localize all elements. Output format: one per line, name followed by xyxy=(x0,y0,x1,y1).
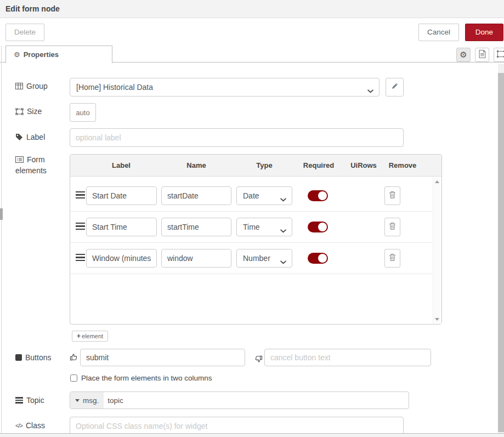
form-elements-field-label-2: elements xyxy=(15,166,47,175)
element-label-input[interactable] xyxy=(86,249,157,268)
element-type-select[interactable]: Number xyxy=(236,249,292,268)
size-field-label: Size xyxy=(15,107,42,116)
required-toggle[interactable] xyxy=(308,222,328,232)
topic-value[interactable]: topic xyxy=(104,392,409,408)
drag-handle-icon[interactable] xyxy=(76,254,85,263)
form-elements-field-label: Form xyxy=(15,155,45,164)
topic-type-label: msg. xyxy=(83,396,99,405)
chevron-down-icon xyxy=(280,195,286,203)
tag-icon xyxy=(15,133,23,141)
gear-icon: ⚙ xyxy=(460,50,467,60)
buttons-field-label: Buttons xyxy=(15,353,51,362)
drag-handle-icon[interactable] xyxy=(76,191,85,200)
form-element-row: Number xyxy=(70,243,433,274)
caret-down-icon xyxy=(75,399,80,402)
class-field-label: </> Class xyxy=(15,421,45,430)
remove-row-button[interactable] xyxy=(384,218,400,236)
column-header-name: Name xyxy=(186,161,206,169)
group-field-label: Group xyxy=(15,82,48,90)
done-button[interactable]: Done xyxy=(465,24,503,41)
code-icon: </> xyxy=(15,422,22,429)
element-label-input[interactable] xyxy=(86,218,157,236)
column-header-remove: Remove xyxy=(389,161,417,169)
edit-group-button[interactable] xyxy=(386,78,404,97)
two-columns-checkbox[interactable] xyxy=(70,374,77,382)
two-columns-option[interactable]: Place the form elements in two columns xyxy=(70,374,212,382)
tray-resize-grip[interactable] xyxy=(0,208,3,220)
element-name-input[interactable] xyxy=(161,186,231,205)
topic-typed-input[interactable]: msg. topic xyxy=(70,391,409,409)
element-name-input[interactable] xyxy=(161,218,231,236)
label-field-label: Label xyxy=(15,133,45,141)
chevron-down-icon xyxy=(280,226,286,235)
dialog-title: Edit form node xyxy=(0,0,504,18)
form-elements-header: Label Name Type Required UiRows Remove xyxy=(70,155,441,177)
table-scrollbar[interactable] xyxy=(433,177,441,324)
tray-footer xyxy=(0,433,504,437)
column-header-label: Label xyxy=(112,161,131,169)
form-elements-table: Label Name Type Required UiRows Remove D… xyxy=(70,154,442,325)
trash-icon xyxy=(389,253,396,263)
plus-icon: + xyxy=(77,332,81,340)
class-input[interactable] xyxy=(70,417,404,435)
node-appearance-button[interactable] xyxy=(494,48,504,62)
group-select-value: [Home] Historical Data xyxy=(76,83,153,92)
tray-left-edge xyxy=(1,46,2,437)
two-columns-label: Place the form elements in two columns xyxy=(81,374,212,382)
form-element-row: Time xyxy=(70,212,433,243)
tab-properties[interactable]: ⚙Properties xyxy=(5,46,112,63)
element-type-select[interactable]: Date xyxy=(236,186,292,205)
column-header-required: Required xyxy=(303,161,334,169)
dialog-scrollbar[interactable] xyxy=(498,64,504,433)
delete-button[interactable]: Delete xyxy=(5,24,44,41)
group-select[interactable]: [Home] Historical Data xyxy=(70,78,380,97)
remove-row-button[interactable] xyxy=(384,186,400,205)
trash-icon xyxy=(389,191,396,201)
object-group-icon xyxy=(497,50,504,60)
thumbs-down-icon xyxy=(254,353,263,364)
node-properties-button[interactable]: ⚙ xyxy=(456,48,471,62)
square-icon xyxy=(15,354,22,361)
form-element-row: Date xyxy=(70,180,433,212)
element-name-input[interactable] xyxy=(161,249,231,268)
node-description-button[interactable] xyxy=(475,48,489,62)
chevron-down-icon xyxy=(367,86,373,95)
trash-icon xyxy=(389,222,396,232)
size-button[interactable]: auto xyxy=(70,103,96,122)
thumbs-up-icon xyxy=(70,353,78,364)
topic-field-label: Topic xyxy=(15,396,44,405)
tab-bar: ⚙Properties ⚙ xyxy=(0,46,504,63)
edit-form-node-dialog: Edit form node Delete Cancel Done ⚙Prope… xyxy=(0,0,504,437)
add-element-button[interactable]: +element xyxy=(72,331,108,342)
tab-properties-label: Properties xyxy=(24,50,59,59)
remove-row-button[interactable] xyxy=(384,249,400,268)
required-toggle[interactable] xyxy=(308,190,328,201)
scrollbar-thumb[interactable] xyxy=(498,73,504,432)
pencil-icon xyxy=(391,82,399,92)
document-icon xyxy=(479,50,486,60)
scroll-down-icon[interactable] xyxy=(435,318,439,321)
drag-handle-icon[interactable] xyxy=(76,223,85,231)
gear-icon: ⚙ xyxy=(14,50,20,59)
topic-type-select[interactable]: msg. xyxy=(70,392,104,408)
element-type-select[interactable]: Time xyxy=(236,218,292,236)
scroll-up-icon[interactable] xyxy=(435,180,439,183)
required-toggle[interactable] xyxy=(308,253,328,264)
column-header-type: Type xyxy=(256,161,272,169)
object-group-icon xyxy=(15,108,24,115)
label-input[interactable] xyxy=(70,128,404,147)
chevron-down-icon xyxy=(280,257,286,266)
list-alt-icon xyxy=(15,156,24,163)
cancel-button-text-input[interactable] xyxy=(264,349,431,366)
submit-button-text-input[interactable] xyxy=(80,349,245,366)
cancel-button[interactable]: Cancel xyxy=(418,24,459,41)
dialog-toolbar: Delete Cancel Done xyxy=(0,18,504,46)
tasks-icon xyxy=(15,397,23,404)
form-elements-body: Date Time xyxy=(70,177,441,324)
table-icon xyxy=(15,83,23,89)
element-label-input[interactable] xyxy=(86,186,157,205)
column-header-uirows: UiRows xyxy=(350,161,377,169)
